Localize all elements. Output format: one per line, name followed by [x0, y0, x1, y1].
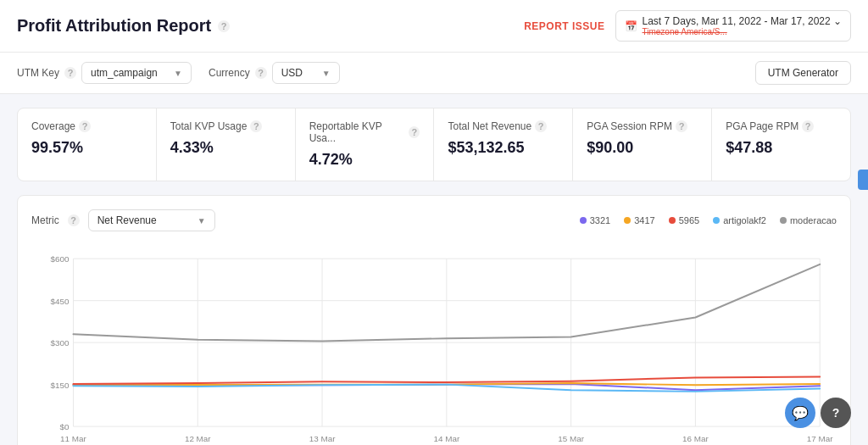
date-range-text: Mar 11, 2022 - Mar 17, 2022 [702, 15, 831, 27]
svg-text:14 Mar: 14 Mar [433, 434, 459, 443]
chart-area: $600$450$300$150$011 Mar12 Mar13 Mar14 M… [31, 245, 837, 445]
utm-key-value: utm_campaign [91, 67, 158, 79]
svg-text:$150: $150 [51, 381, 70, 390]
title-help-icon[interactable]: ? [218, 20, 230, 32]
chat-button[interactable]: 💬 [785, 398, 815, 428]
controls-bar: UTM Key ? utm_campaign ▼ Currency ? USD … [0, 53, 868, 94]
legend-item: artigolakf2 [713, 215, 766, 225]
currency-group: Currency ? USD ▼ [209, 62, 340, 84]
metric-card-help-icon[interactable]: ? [250, 120, 262, 132]
metric-card-help-icon[interactable]: ? [409, 126, 420, 138]
currency-help-icon[interactable]: ? [255, 67, 267, 79]
report-issue-button[interactable]: REPORT ISSUE [524, 20, 604, 32]
metric-card-value: 4.33% [170, 139, 281, 157]
legend-label: moderacao [790, 215, 837, 225]
svg-text:$300: $300 [51, 338, 70, 348]
page-title: Profit Attribution Report [17, 16, 211, 36]
metric-card-help-icon[interactable]: ? [79, 120, 91, 132]
page-header: Profit Attribution Report ? REPORT ISSUE… [0, 0, 868, 53]
metric-card-value: 99.57% [31, 139, 142, 157]
legend-label: 5965 [679, 215, 699, 225]
legend-label: artigolakf2 [723, 215, 766, 225]
metric-card-label: PGA Page RPM [726, 120, 798, 132]
metric-card-label: PGA Session RPM [587, 120, 672, 132]
right-sidebar-tab[interactable] [858, 170, 868, 190]
utm-key-group: UTM Key ? utm_campaign ▼ [17, 62, 192, 84]
date-range-bold: Last 7 Days, [643, 15, 699, 27]
utm-key-select[interactable]: utm_campaign ▼ [81, 62, 192, 84]
metric-card: Reportable KVP Usa... ? 4.72% [296, 108, 434, 181]
legend-dot [713, 217, 720, 224]
svg-text:11 Mar: 11 Mar [60, 434, 86, 443]
metric-card: PGA Page RPM ? $47.88 [712, 108, 850, 181]
currency-chevron-icon: ▼ [322, 69, 331, 78]
utm-key-chevron-icon: ▼ [174, 69, 182, 78]
metric-card-help-icon[interactable]: ? [535, 120, 547, 132]
svg-text:16 Mar: 16 Mar [682, 434, 709, 443]
metric-select[interactable]: Net Revenue ▼ [88, 209, 215, 231]
timezone-value: America/S... [681, 27, 726, 36]
svg-text:17 Mar: 17 Mar [807, 434, 833, 443]
metric-card: Total KVP Usage ? 4.33% [157, 108, 295, 181]
utm-generator-button[interactable]: UTM Generator [755, 61, 851, 85]
legend-dot [580, 217, 587, 224]
chart-controls: Metric ? Net Revenue ▼ 3321 3417 5965 ar… [31, 209, 837, 231]
legend-item: 5965 [669, 215, 699, 225]
metric-chevron-icon: ▼ [198, 216, 206, 225]
svg-text:13 Mar: 13 Mar [309, 434, 336, 443]
currency-label: Currency [209, 67, 250, 79]
timezone-row: Timezone America/S... [643, 27, 842, 36]
metric-card-value: 4.72% [309, 151, 420, 169]
metric-header: PGA Page RPM ? [726, 120, 837, 132]
metric-card: PGA Session RPM ? $90.00 [573, 108, 711, 181]
calendar-icon: 📅 [625, 20, 637, 32]
metric-header: Reportable KVP Usa... ? [309, 120, 420, 144]
chart-section: Metric ? Net Revenue ▼ 3321 3417 5965 ar… [17, 195, 851, 445]
currency-select[interactable]: USD ▼ [272, 62, 340, 84]
legend-dot [669, 217, 676, 224]
metric-card: Coverage ? 99.57% [18, 108, 156, 181]
date-range-wrapper: Last 7 Days, Mar 11, 2022 - Mar 17, 2022… [643, 15, 842, 36]
metric-card-help-icon[interactable]: ? [676, 120, 687, 132]
metric-label: Metric [31, 214, 59, 226]
legend-dot [780, 217, 787, 224]
svg-text:15 Mar: 15 Mar [558, 434, 584, 443]
utm-key-help-icon[interactable]: ? [64, 67, 76, 79]
svg-text:$0: $0 [60, 422, 70, 431]
header-left: Profit Attribution Report ? [17, 16, 230, 36]
metrics-grid: Coverage ? 99.57% Total KVP Usage ? 4.33… [17, 108, 851, 181]
metric-card-label: Reportable KVP Usa... [309, 120, 406, 144]
chart-svg: $600$450$300$150$011 Mar12 Mar13 Mar14 M… [31, 245, 837, 445]
metric-value: Net Revenue [97, 214, 157, 226]
metric-header: Total Net Revenue ? [448, 120, 559, 132]
metric-header: Coverage ? [31, 120, 142, 132]
metric-card-help-icon[interactable]: ? [802, 120, 814, 132]
timezone-label: Timezone [643, 27, 680, 36]
legend-label: 3321 [590, 215, 610, 225]
metric-card-label: Total Net Revenue [448, 120, 531, 132]
metric-card-value: $47.88 [726, 139, 837, 157]
legend-label: 3417 [634, 215, 654, 225]
legend-dot [624, 217, 631, 224]
header-right: REPORT ISSUE 📅 Last 7 Days, Mar 11, 2022… [524, 10, 851, 42]
metric-card-label: Total KVP Usage [170, 120, 248, 132]
legend-item: moderacao [780, 215, 837, 225]
date-range-chevron: ⌄ [833, 15, 842, 27]
svg-text:$450: $450 [51, 297, 70, 306]
legend-item: 3417 [624, 215, 654, 225]
metric-help-icon[interactable]: ? [68, 214, 80, 226]
legend-item: 3321 [580, 215, 610, 225]
help-button[interactable]: ? [821, 398, 851, 428]
date-range-picker[interactable]: 📅 Last 7 Days, Mar 11, 2022 - Mar 17, 20… [615, 10, 851, 42]
currency-value: USD [281, 67, 303, 79]
utm-key-label: UTM Key [17, 67, 59, 79]
date-range-display: Last 7 Days, Mar 11, 2022 - Mar 17, 2022… [643, 15, 842, 27]
metric-header: Total KVP Usage ? [170, 120, 281, 132]
svg-text:12 Mar: 12 Mar [185, 434, 211, 443]
metric-card-value: $53,132.65 [448, 139, 559, 157]
metric-card-label: Coverage [31, 120, 75, 132]
metric-header: PGA Session RPM ? [587, 120, 698, 132]
metric-card: Total Net Revenue ? $53,132.65 [434, 108, 572, 181]
svg-text:$600: $600 [51, 254, 70, 264]
chart-legend: 3321 3417 5965 artigolakf2 moderacao [580, 215, 837, 225]
